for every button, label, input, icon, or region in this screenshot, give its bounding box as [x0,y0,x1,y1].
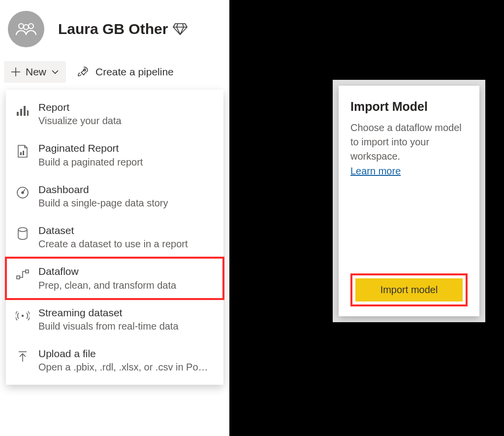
people-icon [15,22,37,36]
menu-item-upload-file[interactable]: Upload a file Open a .pbix, .rdl, .xlsx,… [6,340,223,381]
learn-more-link[interactable]: Learn more [350,166,401,177]
diamond-icon [173,23,188,35]
svg-point-17 [22,315,24,317]
svg-rect-10 [20,152,22,155]
menu-item-dashboard[interactable]: Dashboard Build a single-page data story [6,176,223,217]
svg-point-5 [84,69,86,71]
svg-rect-16 [26,270,29,273]
document-chart-icon [16,144,30,158]
svg-rect-9 [27,110,29,116]
upload-icon [16,350,30,364]
menu-item-desc: Build visuals from real-time data [38,320,214,333]
toolbar: New Create a pipeline [0,52,229,87]
menu-item-report[interactable]: Report Visualize your data [6,94,223,134]
svg-rect-11 [23,151,24,155]
workspace-title: Laura GB Other [58,21,168,37]
import-card-wrapper: Import Model Choose a dataflow model to … [333,80,485,322]
menu-item-title: Paginated Report [38,141,214,155]
import-model-button[interactable]: Import model [355,278,463,302]
svg-point-0 [19,24,24,29]
svg-rect-8 [24,106,26,116]
menu-item-title: Dashboard [38,183,214,197]
menu-item-desc: Prep, clean, and transform data [38,279,214,292]
card-title: Import Model [350,100,468,114]
menu-item-desc: Build a single-page data story [38,197,214,210]
workspace-avatar [8,11,44,47]
menu-item-title: Report [38,101,214,114]
create-pipeline-button[interactable]: Create a pipeline [75,62,176,82]
svg-rect-7 [20,109,22,116]
create-pipeline-label: Create a pipeline [95,66,174,78]
new-button[interactable]: New [4,61,66,83]
new-button-label: New [26,66,46,78]
menu-item-desc: Create a dataset to use in a report [38,237,214,251]
menu-item-title: Dataset [38,224,214,237]
gauge-icon [16,186,30,200]
streaming-icon [16,309,30,323]
menu-item-desc: Build a paginated report [38,156,214,169]
left-panel: Laura GB Other New [0,0,229,436]
new-menu: Report Visualize your data Paginated Rep… [6,90,223,385]
menu-item-title: Upload a file [38,347,214,361]
menu-item-title: Streaming dataset [38,306,214,320]
menu-item-title: Dataflow [38,265,214,278]
menu-item-paginated-report[interactable]: Paginated Report Build a paginated repor… [6,134,223,175]
svg-point-2 [24,25,29,30]
svg-rect-15 [17,276,20,279]
menu-item-desc: Open a .pbix, .rdl, .xlsx, or .csv in Po… [38,361,214,374]
menu-item-dataflow[interactable]: Dataflow Prep, clean, and transform data [6,258,223,299]
menu-item-desc: Visualize your data [38,114,214,128]
menu-item-dataset[interactable]: Dataset Create a dataset to use in a rep… [6,217,223,258]
import-button-highlight: Import model [350,273,468,306]
svg-point-13 [22,192,24,194]
plus-icon [11,67,21,77]
import-model-card: Import Model Choose a dataflow model to … [339,86,479,316]
card-description: Choose a dataflow model to import into y… [350,121,468,164]
menu-item-streaming-dataset[interactable]: Streaming dataset Build visuals from rea… [6,299,223,340]
svg-point-1 [29,24,33,29]
svg-rect-6 [17,112,19,116]
database-icon [16,227,30,240]
rocket-icon [77,66,90,78]
dataflow-icon [16,268,30,281]
bar-chart-icon [16,103,30,117]
svg-point-14 [18,228,27,232]
workspace-header: Laura GB Other [0,0,229,52]
chevron-down-icon [51,69,59,74]
